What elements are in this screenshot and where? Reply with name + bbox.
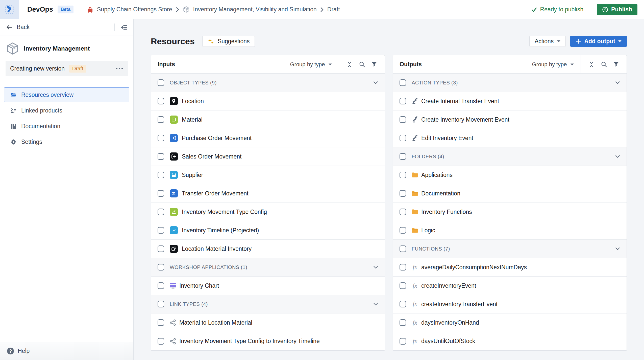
group-by-select[interactable]: Group by type	[283, 55, 339, 73]
help-icon[interactable]: ?	[7, 348, 14, 354]
checkbox[interactable]	[158, 319, 164, 326]
list-item[interactable]: fxaverageDailyConsumptionNextNumDays	[393, 258, 627, 277]
group-header-row[interactable]: OBJECT TYPES (9)	[151, 74, 385, 92]
list-item[interactable]: Material to Location Material	[151, 313, 385, 332]
checkbox[interactable]	[400, 79, 406, 86]
checkbox[interactable]	[158, 338, 164, 345]
chevron-down-icon[interactable]	[373, 303, 378, 306]
list-item[interactable]: Purchase Order Movement	[151, 129, 385, 147]
back-button[interactable]: Back	[17, 24, 30, 31]
checkbox[interactable]	[400, 116, 406, 123]
list-item[interactable]: Documentation	[393, 184, 627, 203]
checkbox[interactable]	[158, 98, 164, 104]
search-icon[interactable]	[601, 61, 607, 68]
arrow-left-icon[interactable]	[6, 24, 13, 31]
more-options-icon[interactable]	[116, 67, 123, 70]
list-item[interactable]: Location	[151, 92, 385, 110]
list-item[interactable]: Create Internal Transfer Event	[393, 92, 627, 110]
list-item[interactable]: Inventory Functions	[393, 203, 627, 221]
checkbox[interactable]	[400, 301, 406, 307]
item-label: averageDailyConsumptionNextNumDays	[421, 264, 527, 271]
list-item[interactable]: Inventory Chart	[151, 277, 385, 295]
back-row: Back	[0, 19, 133, 35]
checkbox[interactable]	[400, 319, 406, 326]
collapse-all-icon[interactable]	[346, 61, 353, 68]
list-item[interactable]: Logic	[393, 221, 627, 240]
list-item[interactable]: Supplier	[151, 166, 385, 184]
chevron-down-icon[interactable]	[615, 247, 620, 250]
chevron-down-icon[interactable]	[615, 81, 620, 84]
checkbox[interactable]	[158, 153, 164, 160]
draft-badge: Draft	[69, 65, 86, 73]
list-item[interactable]: Inventory Timeline (Projected)	[151, 221, 385, 240]
list-item[interactable]: Inventory Movement Type Config to Invent…	[151, 332, 385, 350]
sidebar-item-documentation[interactable]: Documentation	[4, 119, 129, 133]
checkbox[interactable]	[400, 153, 406, 160]
checkbox[interactable]	[158, 172, 164, 178]
list-item[interactable]: Sales Order Movement	[151, 147, 385, 166]
checkbox[interactable]	[158, 282, 164, 289]
checkbox[interactable]	[400, 282, 406, 289]
checkbox[interactable]	[400, 98, 406, 104]
checkbox[interactable]	[158, 209, 164, 215]
checkbox[interactable]	[158, 190, 164, 197]
chevron-down-icon[interactable]	[373, 266, 378, 269]
checkbox[interactable]	[400, 245, 406, 252]
checkbox[interactable]	[400, 190, 406, 197]
chevron-down-icon[interactable]	[373, 81, 378, 84]
sidebar-item-resources-overview[interactable]: Resources overview	[4, 87, 129, 102]
group-header-row[interactable]: ACTION TYPES (3)	[393, 74, 627, 92]
checkbox[interactable]	[158, 301, 164, 307]
breadcrumb-item[interactable]: Supply Chain Offerings Store	[97, 6, 172, 13]
checkbox[interactable]	[400, 172, 406, 178]
item-label: Create Inventory Movement Event	[421, 116, 509, 123]
checkbox[interactable]	[158, 135, 164, 141]
list-item[interactable]: Inventory Movement Type Config	[151, 203, 385, 221]
filter-icon[interactable]	[613, 61, 619, 67]
checkbox[interactable]	[400, 227, 406, 234]
checkbox[interactable]	[400, 135, 406, 141]
search-icon[interactable]	[359, 61, 365, 68]
breadcrumb-item[interactable]: Draft	[327, 6, 340, 13]
group-header-row[interactable]: FOLDERS (4)	[393, 147, 627, 166]
item-label: Location	[182, 98, 204, 105]
add-output-button[interactable]: Add output	[570, 36, 627, 47]
list-item[interactable]: Location Material Inventory	[151, 240, 385, 258]
collapse-all-icon[interactable]	[588, 61, 595, 68]
publish-button[interactable]: Publish	[597, 4, 637, 15]
actions-button[interactable]: Actions	[529, 36, 566, 47]
list-item[interactable]: Create Inventory Movement Event	[393, 110, 627, 129]
list-item[interactable]: Edit Inventory Event	[393, 129, 627, 147]
folder-icon	[411, 189, 419, 197]
group-by-select[interactable]: Group by type	[525, 55, 581, 73]
sidebar-item-linked-products[interactable]: Linked products	[4, 103, 129, 118]
breadcrumb-item[interactable]: Inventory Management, Visibility and Sim…	[193, 6, 317, 13]
collapse-panel-icon[interactable]	[120, 24, 128, 31]
list-item[interactable]: Applications	[393, 166, 627, 184]
group-header-row[interactable]: LINK TYPES (4)	[151, 295, 385, 313]
chevron-down-icon[interactable]	[615, 155, 620, 158]
checkbox[interactable]	[158, 245, 164, 252]
checkbox[interactable]	[158, 264, 164, 271]
list-item[interactable]: fxdaysInventoryOnHand	[393, 313, 627, 332]
filter-icon[interactable]	[371, 61, 377, 67]
list-item[interactable]: fxcreateInventoryTransferEvent	[393, 295, 627, 313]
suggestions-button[interactable]: Suggestions	[202, 36, 255, 47]
checkbox[interactable]	[400, 264, 406, 271]
sidebar-item-settings[interactable]: Settings	[4, 134, 129, 149]
outputs-panel: OutputsGroup by typeACTION TYPES (3)Crea…	[393, 55, 627, 351]
checkbox[interactable]	[400, 209, 406, 215]
group-header-row[interactable]: FUNCTIONS (7)	[393, 240, 627, 258]
list-item[interactable]: Transfer Order Movement	[151, 184, 385, 203]
checkbox[interactable]	[158, 116, 164, 123]
group-header-row[interactable]: WORKSHOP APPLICATIONS (1)	[151, 258, 385, 277]
checkbox[interactable]	[158, 227, 164, 234]
checkbox[interactable]	[158, 79, 164, 86]
list-item[interactable]: Material	[151, 110, 385, 129]
list-item[interactable]: fxdaysUntilOutOfStock	[393, 332, 627, 350]
devops-logo[interactable]	[0, 0, 19, 19]
list-item[interactable]: fxcreateInventoryEvent	[393, 277, 627, 295]
help-button[interactable]: Help	[18, 348, 30, 354]
checkbox[interactable]	[400, 338, 406, 345]
version-card[interactable]: Creating new version Draft	[6, 61, 128, 76]
